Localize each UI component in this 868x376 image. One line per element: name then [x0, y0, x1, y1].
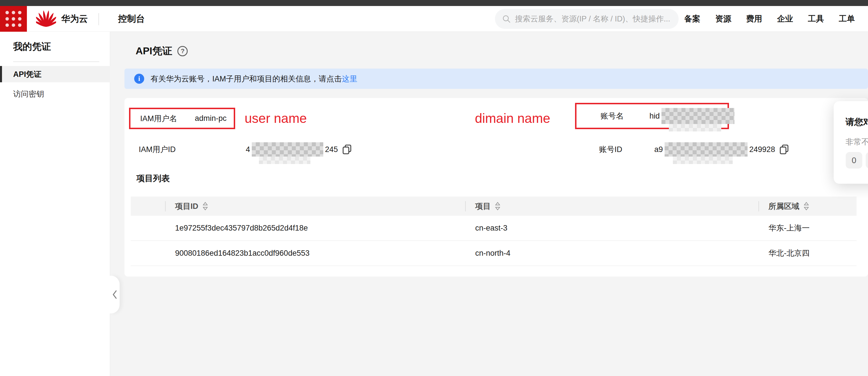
info-icon: i [134, 74, 144, 84]
pixelated-mask [664, 142, 748, 157]
cell-region: 华北-北京四 [758, 248, 857, 258]
survey-popup: 请您对 非常不 0 [834, 101, 868, 184]
annotation-domain-name: dimain name [475, 110, 550, 126]
header-divider [98, 13, 99, 25]
project-list-title: 项目列表 [136, 173, 169, 184]
menu-item-resources[interactable]: 资源 [715, 13, 731, 24]
copy-icon [780, 144, 789, 155]
sidebar-divider [13, 61, 99, 62]
grid-icon [5, 11, 22, 27]
column-header-project-id[interactable]: 项目ID [165, 197, 465, 216]
sidebar-item-label: 访问密钥 [13, 89, 44, 99]
menu-item-billing[interactable]: 费用 [746, 13, 762, 24]
cell-region: 华东-上海一 [758, 223, 857, 233]
search-input[interactable] [515, 14, 679, 24]
browser-top-strip [0, 0, 868, 6]
console-link[interactable]: 控制台 [118, 6, 145, 32]
sidebar-collapse-handle[interactable] [110, 276, 120, 313]
cell-project-id: 1e97255f3dec435797d8b265d2d4f18e [165, 224, 465, 233]
survey-title: 请您对 [845, 116, 868, 128]
account-name-value: hid [649, 108, 736, 124]
annotation-box-user-name: IAM用户名 admin-pc [129, 108, 235, 129]
survey-score-1-button[interactable] [866, 152, 868, 169]
app-grid-button[interactable] [0, 6, 27, 32]
menu-item-enterprise[interactable]: 企业 [777, 13, 793, 24]
sort-icon[interactable] [202, 202, 208, 211]
huawei-logo-icon[interactable] [36, 9, 56, 28]
survey-score-0-button[interactable]: 0 [846, 152, 862, 169]
account-name-label: 账号名 [600, 111, 624, 121]
sort-icon[interactable] [495, 202, 501, 211]
column-header-project[interactable]: 项目 [465, 197, 758, 216]
cell-project-id: 90080186ed164823b1acc0df960de553 [165, 249, 465, 258]
header-menu: 备案 资源 费用 企业 工具 工单 [684, 6, 855, 32]
banner-link-here[interactable]: 这里 [342, 74, 357, 84]
project-table: 项目ID 项目 所属区域 [131, 197, 857, 266]
column-header-region[interactable]: 所属区域 [758, 197, 857, 216]
iam-user-id-value: 4 245 [246, 141, 351, 158]
annotation-user-name: user name [245, 110, 307, 126]
sidebar: 我的凭证 API凭证 访问密钥 [0, 32, 110, 376]
sidebar-title: 我的凭证 [13, 40, 51, 53]
copy-iam-user-id-button[interactable] [342, 144, 351, 155]
menu-item-tools[interactable]: 工具 [808, 13, 824, 24]
cell-project: cn-north-4 [465, 249, 758, 258]
pixelated-mask [252, 142, 323, 157]
brand-name[interactable]: 华为云 [61, 6, 88, 32]
copy-icon [342, 144, 351, 155]
iam-user-id-label: IAM用户ID [139, 144, 176, 155]
table-row: 1e97255f3dec435797d8b265d2d4f18e cn-east… [131, 216, 857, 241]
sidebar-item-label: API凭证 [13, 69, 41, 79]
iam-user-name-label: IAM用户名 [140, 113, 177, 124]
search-icon [502, 14, 511, 24]
menu-item-tickets[interactable]: 工单 [839, 13, 855, 24]
project-table-header: 项目ID 项目 所属区域 [131, 197, 857, 216]
help-icon[interactable]: ? [177, 46, 188, 56]
top-navbar: 华为云 控制台 备案 资源 费用 企业 工具 工单 [0, 6, 868, 32]
page-title: API凭证 [135, 44, 172, 58]
pixelated-mask [661, 108, 734, 124]
chevron-left-icon [112, 289, 118, 300]
credentials-card: IAM用户名 admin-pc user name dimain name 账号… [124, 98, 868, 277]
sort-icon[interactable] [803, 202, 809, 211]
banner-text: 有关华为云账号，IAM子用户和项目的相关信息，请点击 [151, 74, 342, 84]
info-banner: i 有关华为云账号，IAM子用户和项目的相关信息，请点击 这里 [124, 69, 868, 89]
account-id-value: a9 249928 [654, 141, 789, 158]
global-search [495, 9, 679, 29]
copy-account-id-button[interactable] [780, 144, 789, 155]
account-id-label: 账号ID [599, 144, 622, 155]
iam-user-name-value: admin-pc [195, 114, 226, 123]
cell-project: cn-east-3 [465, 224, 758, 233]
page-title-row: API凭证 ? [135, 44, 188, 58]
annotation-box-account-name: 账号名 hid [575, 103, 729, 129]
huawei-cloud-console: 华为云 控制台 备案 资源 费用 企业 工具 工单 我的凭证 API凭证 访问密… [0, 0, 868, 376]
sidebar-item-access-keys[interactable]: 访问密钥 [0, 87, 110, 101]
sidebar-item-api-credentials[interactable]: API凭证 [0, 66, 110, 82]
table-row: 90080186ed164823b1acc0df960de553 cn-nort… [131, 241, 857, 266]
survey-subtitle: 非常不 [845, 137, 868, 147]
menu-item-beian[interactable]: 备案 [684, 13, 700, 24]
